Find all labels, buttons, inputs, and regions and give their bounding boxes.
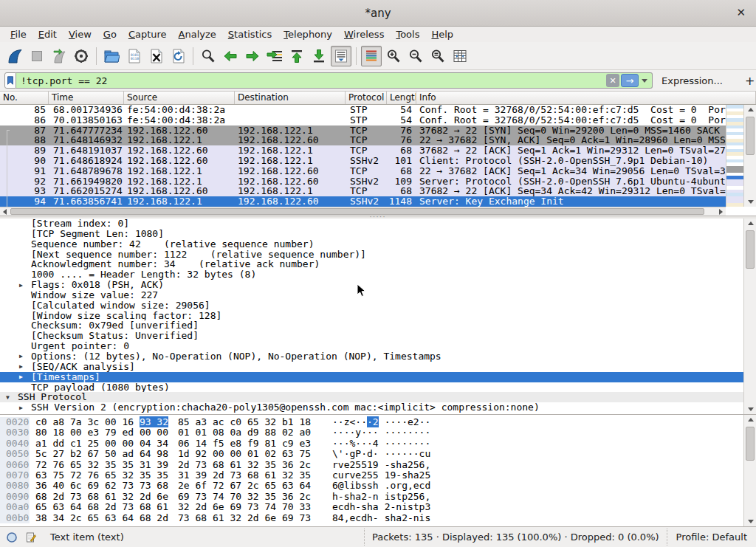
reload-file-icon[interactable]: [168, 46, 188, 66]
detail-row[interactable]: 1000 .... = Header Length: 32 bytes (8): [0, 269, 743, 280]
filter-clear-icon[interactable]: ✕: [606, 74, 619, 87]
packet-row[interactable]: 8771.647777234192.168.122.60192.168.122.…: [0, 125, 726, 136]
scroll-up-icon[interactable]: [745, 415, 756, 424]
restart-capture-icon[interactable]: [49, 46, 69, 66]
menu-item-file[interactable]: File: [4, 28, 32, 41]
menu-item-analyze[interactable]: Analyze: [173, 28, 222, 41]
column-header-no[interactable]: No.: [0, 92, 49, 104]
detail-row[interactable]: ▶[SEQ/ACK analysis]: [0, 362, 743, 372]
detail-row[interactable]: ▶[Timestamps]: [0, 372, 743, 382]
hex-row[interactable]: 00505c 27 b2 67 50 ad 64 981d 92 00 00 0…: [0, 449, 756, 459]
menu-item-wireless[interactable]: Wireless: [338, 28, 390, 41]
detail-row[interactable]: ▶Flags: 0x018 (PSH, ACK): [0, 280, 743, 290]
packet-row[interactable]: 8971.648191037192.168.122.60192.168.122.…: [0, 145, 726, 156]
go-back-icon[interactable]: [220, 46, 241, 66]
collapsed-arrow-icon[interactable]: ▶: [19, 403, 23, 413]
packet-row[interactable]: 9171.648789678192.168.122.1192.168.122.6…: [0, 166, 726, 176]
collapsed-arrow-icon[interactable]: ▶: [19, 351, 23, 361]
detail-row[interactable]: Acknowledgment number: 34 (relative ack …: [0, 259, 743, 269]
hex-row[interactable]: 006072 76 65 32 35 35 31 392d 73 68 61 3…: [0, 460, 756, 470]
zoom-in-icon[interactable]: [383, 46, 404, 66]
resize-columns-icon[interactable]: [450, 46, 470, 66]
open-file-icon[interactable]: [101, 46, 122, 66]
menu-item-statistics[interactable]: Statistics: [222, 28, 278, 41]
expanded-arrow-icon[interactable]: ▼: [6, 393, 10, 402]
menu-item-telephony[interactable]: Telephony: [278, 28, 338, 41]
detail-row[interactable]: [TCP Segment Len: 1080]: [0, 229, 743, 239]
auto-scroll-icon[interactable]: [331, 46, 351, 66]
filter-apply-icon[interactable]: →: [621, 74, 639, 87]
detail-row[interactable]: Urgent pointer: 0: [0, 341, 743, 351]
hex-row[interactable]: 00b038 34 2c 65 63 64 68 2d73 68 61 32 2…: [0, 513, 756, 523]
column-header-protocol[interactable]: Protocol: [346, 92, 387, 104]
packet-row[interactable]: 9071.648618924192.168.122.60192.168.122.…: [0, 156, 726, 166]
filter-bookmark-icon[interactable]: [4, 72, 16, 89]
scroll-left-icon[interactable]: [0, 207, 10, 216]
stop-capture-icon[interactable]: [27, 46, 47, 66]
column-header-info[interactable]: Info: [416, 92, 756, 104]
detail-row[interactable]: TCP payload (1080 bytes): [0, 382, 743, 393]
packet-row[interactable]: 8568.001734936fe:54:00:d4:38:2aSTP54Conf…: [0, 105, 726, 115]
detail-row[interactable]: Window size value: 227: [0, 290, 743, 300]
add-filter-button[interactable]: +: [740, 74, 756, 88]
hex-row[interactable]: 008036 40 6c 69 62 73 73 682e 6f 72 67 2…: [0, 481, 756, 491]
expert-info-icon[interactable]: [4, 531, 19, 543]
detail-row[interactable]: Checksum: 0x79ed [unverified]: [0, 320, 743, 331]
hex-row[interactable]: 0020c0 a8 7a 3c 00 16 93 3285 a3 ac c0 6…: [0, 417, 756, 427]
collapsed-arrow-icon[interactable]: ▶: [19, 281, 23, 290]
find-packet-icon[interactable]: [198, 46, 219, 66]
title-bar[interactable]: *any ✕: [0, 0, 756, 27]
packet-row[interactable]: 8670.013850163fe:54:00:d4:38:2aSTP54Conf…: [0, 115, 726, 125]
hex-row[interactable]: 009068 2d 73 68 61 32 2d 6e69 73 74 70 3…: [0, 492, 756, 502]
menu-item-go[interactable]: Go: [97, 28, 123, 41]
detail-row[interactable]: [Next sequence number: 1122 (relative se…: [0, 250, 743, 260]
scroll-down-icon[interactable]: [745, 405, 756, 414]
go-first-packet-icon[interactable]: [286, 46, 307, 66]
detail-row[interactable]: [Stream index: 0]: [0, 219, 743, 229]
go-to-packet-icon[interactable]: [264, 46, 285, 66]
packet-row[interactable]: 9271.661949820192.168.122.1192.168.122.6…: [0, 176, 726, 187]
status-profile[interactable]: Profile: Default: [667, 529, 756, 546]
detail-row[interactable]: [Checksum Status: Unverified]: [0, 331, 743, 341]
collapsed-arrow-icon[interactable]: ▶: [19, 362, 23, 371]
zoom-out-icon[interactable]: [405, 46, 426, 66]
packet-row[interactable]: 9471.663856741192.168.122.1192.168.122.6…: [0, 196, 726, 207]
menu-item-capture[interactable]: Capture: [123, 28, 173, 41]
capture-options-icon[interactable]: [71, 46, 92, 66]
detail-row[interactable]: ▶Options: (12 bytes), No-Operation (NOP)…: [0, 351, 743, 362]
collapsed-arrow-icon[interactable]: ▶: [19, 372, 23, 382]
expression-button[interactable]: Expression...: [662, 75, 723, 86]
menu-item-edit[interactable]: Edit: [32, 28, 63, 41]
column-header-destination[interactable]: Destination: [235, 92, 346, 104]
packet-list-header[interactable]: No.TimeSourceDestinationProtocolLengthIn…: [0, 92, 756, 105]
capture-comment-icon[interactable]: [24, 531, 38, 543]
colorize-icon[interactable]: [361, 46, 382, 66]
save-file-icon[interactable]: 01010110: [123, 46, 144, 66]
detail-row[interactable]: ▶SSH Version 2 (encryption:chacha20-poly…: [0, 402, 743, 413]
hex-row[interactable]: 007063 75 72 76 65 32 35 3531 39 2d 73 6…: [0, 470, 756, 481]
scroll-up-icon[interactable]: [745, 105, 756, 114]
column-header-source[interactable]: Source: [124, 92, 235, 104]
bytes-vscrollbar[interactable]: [743, 415, 756, 526]
scroll-up-icon[interactable]: [745, 219, 756, 228]
column-header-length[interactable]: Length: [387, 92, 416, 104]
menu-item-help[interactable]: Help: [425, 28, 459, 41]
scrollbar-thumb[interactable]: [10, 208, 704, 215]
column-header-time[interactable]: Time: [49, 92, 124, 104]
scrollbar-thumb[interactable]: [746, 230, 755, 269]
go-forward-icon[interactable]: [242, 46, 263, 66]
start-capture-icon[interactable]: [4, 46, 25, 66]
menu-item-tools[interactable]: Tools: [390, 28, 425, 41]
packet-list-hscrollbar[interactable]: [0, 207, 726, 216]
scrollbar-thumb[interactable]: [746, 427, 755, 461]
scroll-down-icon[interactable]: [745, 197, 756, 207]
zoom-reset-icon[interactable]: [427, 46, 448, 66]
detail-row[interactable]: [Calculated window size: 29056]: [0, 300, 743, 311]
close-window-icon[interactable]: ✕: [736, 6, 746, 19]
hex-row[interactable]: 00a065 63 64 68 2d 73 68 6132 2d 6e 69 7…: [0, 502, 756, 512]
close-file-icon[interactable]: [145, 46, 166, 66]
packet-minimap[interactable]: [726, 105, 743, 207]
go-last-packet-icon[interactable]: [309, 46, 329, 66]
scroll-right-icon[interactable]: [716, 207, 726, 216]
detail-row[interactable]: Sequence number: 42 (relative sequence n…: [0, 239, 743, 250]
